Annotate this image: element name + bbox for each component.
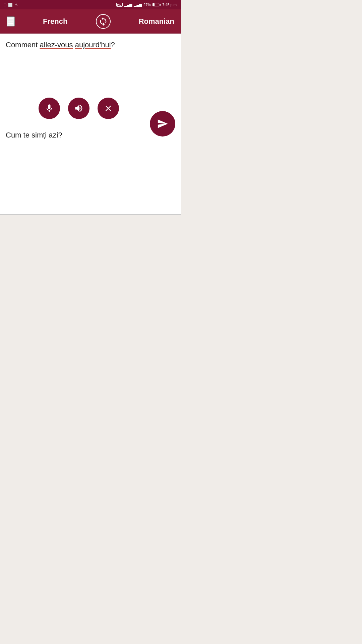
underlined-word-2: aujourd'hui xyxy=(75,41,111,49)
clear-button[interactable] xyxy=(98,98,119,119)
header-toolbar: ☰ French Romanian xyxy=(0,9,181,34)
underlined-word-1: allez-vous xyxy=(40,41,73,49)
hd-badge: HD xyxy=(116,3,123,7)
source-text: Comment allez-vous aujourd'hui? xyxy=(6,39,175,50)
target-language-label[interactable]: Romanian xyxy=(139,17,174,26)
status-right-info: HD ▂▄▆ ▂▄▆ 27% 7:45 p.m. xyxy=(116,3,178,7)
signal-bars-2: ▂▄▆ xyxy=(134,3,142,7)
microphone-button[interactable] xyxy=(39,98,60,119)
alert-icon: ⚠ xyxy=(14,3,18,7)
speaker-button[interactable] xyxy=(68,98,89,119)
signal-bars-1: ▂▄▆ xyxy=(124,3,132,7)
menu-button[interactable]: ☰ xyxy=(7,16,15,26)
send-button[interactable] xyxy=(150,111,175,137)
target-text-box: Cum te simți azi? xyxy=(0,124,181,215)
battery-percent: 27% xyxy=(143,3,151,7)
battery-icon xyxy=(153,3,161,6)
source-text-box[interactable]: Comment allez-vous aujourd'hui? xyxy=(0,34,181,124)
status-left-icons: ⊡ ⬜ ⚠ xyxy=(3,3,18,7)
whatsapp-icon: ⊡ xyxy=(3,3,6,7)
target-text: Cum te simți azi? xyxy=(6,129,175,141)
swap-languages-button[interactable] xyxy=(96,14,111,29)
source-wrapper: Comment allez-vous aujourd'hui? xyxy=(0,34,181,124)
source-language-label[interactable]: French xyxy=(43,17,67,26)
image-icon: ⬜ xyxy=(8,3,13,7)
status-bar: ⊡ ⬜ ⚠ HD ▂▄▆ ▂▄▆ 27% 7:45 p.m. xyxy=(0,0,181,9)
time: 7:45 p.m. xyxy=(162,3,178,7)
